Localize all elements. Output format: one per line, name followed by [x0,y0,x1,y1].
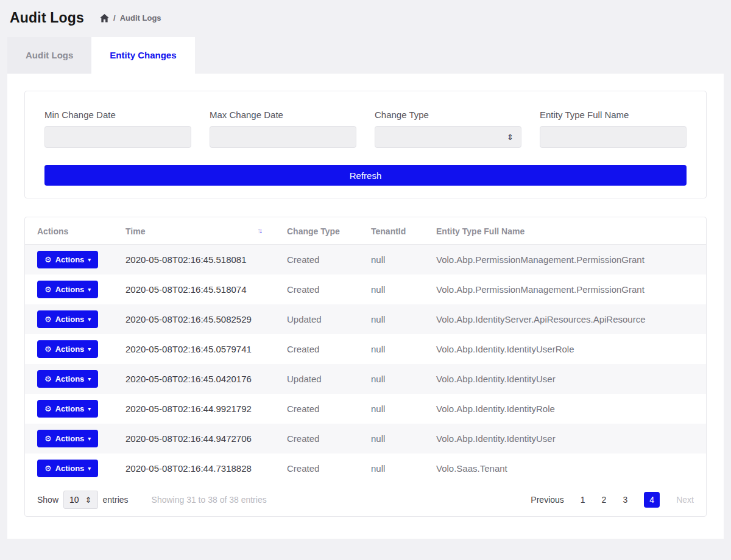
cell-entity-type: Volo.Abp.PermissionManagement.Permission… [424,275,706,304]
filter-change-type: Change Type ⇕ [375,110,521,148]
table-row: ⚙Actions▾ 2020-05-08T02:16:44.7318828 Cr… [25,453,706,483]
entity-type-input[interactable] [540,126,687,148]
cell-time: 2020-05-08T02:16:45.5082529 [113,304,275,334]
cell-tenant-id: null [359,394,424,424]
entity-type-label: Entity Type Full Name [540,110,687,120]
caret-down-icon: ▾ [88,466,91,472]
select-arrows-icon: ⇕ [85,496,92,504]
cell-time: 2020-05-08T02:16:45.0420176 [113,364,275,394]
caret-down-icon: ▾ [88,406,91,412]
cell-time: 2020-05-08T02:16:44.9921792 [113,394,275,424]
tab-entity-changes[interactable]: Entity Changes [91,37,194,74]
row-actions-button[interactable]: ⚙Actions▾ [37,310,98,328]
table-row: ⚙Actions▾ 2020-05-08T02:16:45.5082529 Up… [25,304,706,334]
gear-icon: ⚙ [44,405,52,413]
column-header-change-type: Change Type [275,217,359,245]
pagination-page-1[interactable]: 1 [581,495,585,505]
cell-entity-type: Volo.Abp.Identity.IdentityRole [424,394,706,424]
pagination-page-2[interactable]: 2 [602,495,607,505]
breadcrumb-separator: / [113,13,116,23]
page-title: Audit Logs [10,10,84,26]
min-change-date-input[interactable] [44,126,191,148]
gear-icon: ⚙ [44,256,52,264]
refresh-button[interactable]: Refresh [44,165,687,186]
table-row: ⚙Actions▾ 2020-05-08T02:16:45.0579741 Cr… [25,334,706,364]
cell-change-type: Created [275,453,359,483]
page-size-value: 10 [69,495,79,505]
home-icon[interactable] [100,14,109,23]
row-actions-button[interactable]: ⚙Actions▾ [37,281,98,298]
cell-tenant-id: null [359,275,424,304]
row-actions-button[interactable]: ⚙Actions▾ [37,460,98,477]
pagination-previous[interactable]: Previous [531,495,563,505]
row-actions-button[interactable]: ⚙Actions▾ [37,430,98,447]
cell-change-type: Created [275,334,359,364]
table-header-row: Actions Time ↑↓ Change Type TenantId Ent… [25,217,706,245]
cell-tenant-id: null [359,364,424,394]
table-row: ⚙Actions▾ 2020-05-08T02:16:45.0420176 Up… [25,364,706,394]
showing-entries-text: Showing 31 to 38 of 38 entries [152,495,267,505]
caret-down-icon: ▾ [88,346,91,352]
page-header: Audit Logs / Audit Logs [0,0,731,33]
cell-time: 2020-05-08T02:16:44.7318828 [113,453,275,483]
row-actions-button[interactable]: ⚙Actions▾ [37,370,98,388]
table-footer: Show 10 ⇕ entries Showing 31 to 38 of 38… [25,483,706,516]
page-size-select[interactable]: 10 ⇕ [63,491,97,509]
row-actions-button[interactable]: ⚙Actions▾ [37,340,98,358]
select-arrows-icon: ⇕ [507,133,514,141]
filter-min-change-date: Min Change Date [44,110,191,148]
cell-change-type: Created [275,275,359,304]
pagination-next: Next [676,495,694,505]
caret-down-icon: ▾ [88,376,91,382]
entity-changes-table-card: Actions Time ↑↓ Change Type TenantId Ent… [24,217,707,517]
cell-actions: ⚙Actions▾ [25,304,113,334]
row-actions-button[interactable]: ⚙Actions▾ [37,400,98,418]
tab-bar: Audit Logs Entity Changes [7,37,724,74]
show-label: Show [37,495,58,505]
table-row: ⚙Actions▾ 2020-05-08T02:16:45.518081 Cre… [25,245,706,275]
cell-change-type: Created [275,245,359,275]
cell-tenant-id: null [359,424,424,453]
pagination-page-4-active[interactable]: 4 [644,492,660,508]
cell-actions: ⚙Actions▾ [25,453,113,483]
cell-time: 2020-05-08T02:16:45.518074 [113,275,275,304]
caret-down-icon: ▾ [88,317,91,323]
tab-audit-logs[interactable]: Audit Logs [7,37,91,74]
cell-actions: ⚙Actions▾ [25,245,113,275]
max-change-date-label: Max Change Date [210,110,356,120]
cell-actions: ⚙Actions▾ [25,364,113,394]
cell-entity-type: Volo.Abp.PermissionManagement.Permission… [424,245,706,275]
cell-actions: ⚙Actions▾ [25,394,113,424]
change-type-select[interactable]: ⇕ [375,126,521,148]
caret-down-icon: ▾ [88,257,91,263]
cell-change-type: Updated [275,364,359,394]
cell-change-type: Created [275,424,359,453]
filter-max-change-date: Max Change Date [210,110,356,148]
column-header-time[interactable]: Time ↑↓ [113,217,275,245]
cell-entity-type: Volo.Abp.Identity.IdentityUser [424,424,706,453]
row-actions-button[interactable]: ⚙Actions▾ [37,251,98,268]
max-change-date-input[interactable] [210,126,356,148]
gear-icon: ⚙ [44,375,52,383]
cell-time: 2020-05-08T02:16:45.518081 [113,245,275,275]
filter-entity-type: Entity Type Full Name [540,110,687,148]
cell-entity-type: Volo.Abp.Identity.IdentityUserRole [424,334,706,364]
pagination-page-3[interactable]: 3 [623,495,627,505]
caret-down-icon: ▾ [88,287,91,293]
table-row: ⚙Actions▾ 2020-05-08T02:16:44.9472706 Cr… [25,424,706,453]
min-change-date-label: Min Change Date [44,110,191,120]
entries-label: entries [103,495,129,505]
cell-time: 2020-05-08T02:16:45.0579741 [113,334,275,364]
cell-actions: ⚙Actions▾ [25,334,113,364]
sort-icon[interactable]: ↑↓ [257,226,263,235]
column-header-actions: Actions [25,217,113,245]
cell-change-type: Updated [275,304,359,334]
cell-time: 2020-05-08T02:16:44.9472706 [113,424,275,453]
entity-changes-table: Actions Time ↑↓ Change Type TenantId Ent… [25,217,706,483]
cell-tenant-id: null [359,245,424,275]
gear-icon: ⚙ [44,285,52,293]
filters-card: Min Change Date Max Change Date Change T… [24,91,707,198]
cell-change-type: Created [275,394,359,424]
cell-actions: ⚙Actions▾ [25,424,113,453]
breadcrumb: / Audit Logs [100,13,161,23]
